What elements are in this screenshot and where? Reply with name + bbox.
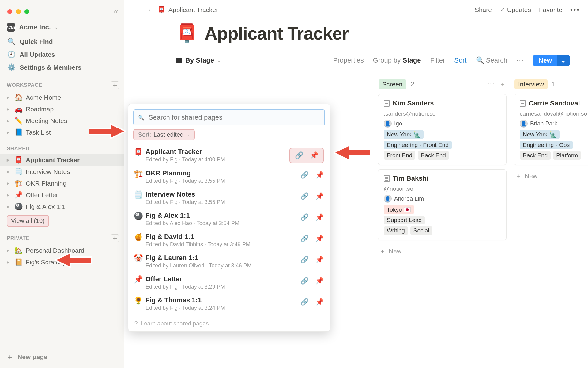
page-emoji-icon: 🏠 — [14, 94, 23, 102]
pin-icon[interactable]: 📌 — [315, 277, 324, 285]
new-record-button[interactable]: New ⌄ — [533, 55, 570, 66]
disclosure-icon[interactable]: ▶ — [7, 205, 11, 209]
column-more-icon[interactable]: ··· — [488, 80, 495, 89]
workspace-switcher[interactable]: ACME Acme Inc. ⌄ — [0, 16, 124, 35]
link-icon[interactable]: 🔗 — [300, 235, 309, 243]
dept-tag: Engineering - Ops — [520, 141, 573, 149]
new-card-button[interactable]: ＋ New — [514, 169, 588, 183]
disclosure-icon[interactable]: ▶ — [7, 170, 11, 174]
page-title[interactable]: Applicant Tracker — [205, 23, 349, 44]
learn-link[interactable]: ? Learn about shared pages — [133, 317, 325, 327]
board-card[interactable]: Kim Sanders .sanders@notion.so 👤Igo New … — [378, 94, 507, 165]
disclosure-icon[interactable]: ▶ — [7, 248, 11, 253]
link-icon[interactable]: 🔗 — [300, 256, 309, 264]
search-button[interactable]: 🔍 Search — [476, 56, 507, 64]
sidebar-item[interactable]: ▶ 📌 Offer Letter — [0, 189, 124, 201]
column-add-icon[interactable]: ＋ — [499, 80, 506, 89]
page-emoji-icon: 🗒️ — [134, 190, 145, 199]
link-icon[interactable]: 🔗 — [295, 151, 303, 159]
shared-page-item[interactable]: 🌻 Fig & Thomas 1:1 Edited by Fig · Today… — [133, 293, 325, 314]
sidebar-item[interactable]: ▶ 🎱 Fig & Alex 1:1 — [0, 201, 124, 213]
minimize-dot[interactable] — [16, 9, 21, 14]
share-button[interactable]: Share — [475, 6, 492, 13]
workspace-section-label: WORKSPACE — [7, 82, 42, 88]
groupby-button[interactable]: Group by Stage — [373, 56, 421, 64]
board-icon: ▦ — [176, 56, 182, 64]
search-input[interactable] — [148, 113, 320, 122]
board-card[interactable]: Carrie Sandoval carriesandoval@notion.so… — [514, 94, 588, 165]
shared-page-item[interactable]: 🤡 Fig & Lauren 1:1 Edited by Lauren Oliv… — [133, 251, 325, 272]
disclosure-icon[interactable]: ▶ — [7, 119, 11, 123]
nav-forward-icon[interactable]: → — [145, 6, 152, 14]
link-icon[interactable]: 🔗 — [300, 192, 309, 200]
groupby-label: Group by — [373, 56, 401, 64]
add-private-page-button[interactable]: ＋ — [111, 234, 119, 242]
shared-page-item[interactable]: 📮 Applicant Tracker Edited by Fig · Toda… — [133, 145, 325, 166]
disclosure-icon[interactable]: ▶ — [7, 260, 11, 264]
pin-icon[interactable]: 📌 — [310, 151, 318, 159]
all-updates[interactable]: 🕘 All Updates — [0, 48, 124, 61]
page-icon[interactable]: 📮 — [176, 23, 198, 44]
search-input-wrap[interactable]: 🔍 — [133, 109, 325, 125]
view-all-shared[interactable]: View all (10) — [7, 215, 49, 227]
settings-members[interactable]: ⚙️ Settings & Members — [0, 61, 124, 74]
pin-icon[interactable]: 📌 — [315, 256, 324, 264]
board-card[interactable]: Tim Bakshi @notion.so 👤Andrea Lim Tokyo … — [378, 169, 507, 240]
quick-find[interactable]: 🔍 Quick Find — [0, 35, 124, 48]
disclosure-icon[interactable]: ▶ — [7, 95, 11, 100]
column-tag[interactable]: Screen — [379, 79, 406, 89]
add-workspace-page-button[interactable]: ＋ — [111, 81, 119, 89]
sidebar-item[interactable]: ▶ 📮 Applicant Tracker — [0, 154, 124, 166]
filter-button[interactable]: Filter — [430, 56, 445, 64]
shared-page-meta: Edited by Fig · Today at 3:55 PM — [145, 178, 300, 184]
sort-selector[interactable]: Sort: Last edited ⌄ — [133, 129, 195, 140]
new-page-button[interactable]: ＋ New page — [0, 346, 124, 368]
card-email: .sanders@notion.so — [384, 110, 501, 117]
collapse-sidebar-icon[interactable]: « — [114, 7, 118, 16]
sort-button[interactable]: Sort — [454, 56, 466, 64]
disclosure-icon[interactable]: ▶ — [7, 130, 11, 135]
page-emoji-icon: 🏗️ — [14, 179, 23, 187]
nav-back-icon[interactable]: ← — [132, 6, 139, 14]
sidebar-item[interactable]: ▶ 🏠 Acme Home — [0, 92, 124, 103]
disclosure-icon[interactable]: ▶ — [7, 158, 11, 162]
favorite-button[interactable]: Favorite — [539, 6, 562, 13]
new-dropdown-icon[interactable]: ⌄ — [557, 55, 570, 66]
pin-icon[interactable]: 📌 — [315, 235, 324, 243]
shared-page-item[interactable]: 🍯 Fig & David 1:1 Edited by David Tibbit… — [133, 230, 325, 251]
shared-page-meta: Edited by Fig · Today at 3:55 PM — [145, 199, 300, 205]
page-more-icon[interactable]: ••• — [570, 6, 580, 14]
sidebar-item[interactable]: ▶ 🏗️ OKR Planning — [0, 178, 124, 189]
sidebar-item[interactable]: ▶ 🗒️ Interview Notes — [0, 166, 124, 178]
link-icon[interactable]: 🔗 — [300, 171, 309, 179]
card-title: Kim Sanders — [393, 99, 434, 107]
svg-marker-4 — [55, 253, 92, 267]
close-dot[interactable] — [7, 9, 12, 14]
column-tag[interactable]: Interview — [514, 79, 548, 89]
card-owner: 👤Igo — [384, 120, 501, 128]
groupby-field: Stage — [402, 56, 421, 64]
link-icon[interactable]: 🔗 — [300, 277, 309, 285]
db-more-icon[interactable]: ··· — [516, 56, 524, 64]
pin-icon[interactable]: 📌 — [315, 171, 324, 179]
properties-button[interactable]: Properties — [333, 56, 364, 64]
updates-button[interactable]: ✓ Updates — [500, 6, 531, 14]
disclosure-icon[interactable]: ▶ — [7, 181, 11, 186]
page-emoji-icon: 🤡 — [134, 254, 145, 263]
zoom-dot[interactable] — [24, 9, 29, 14]
view-switcher[interactable]: ▦ By Stage ⌄ — [176, 56, 221, 64]
link-icon[interactable]: 🔗 — [300, 298, 309, 306]
disclosure-icon[interactable]: ▶ — [7, 193, 11, 197]
disclosure-icon[interactable]: ▶ — [7, 107, 11, 111]
link-icon[interactable]: 🔗 — [300, 213, 309, 221]
pin-icon[interactable]: 📌 — [315, 298, 324, 306]
sidebar-item[interactable]: ▶ 🚗 Roadmap — [0, 103, 124, 115]
pin-icon[interactable]: 📌 — [315, 192, 324, 200]
shared-page-item[interactable]: 🏗️ OKR Planning Edited by Fig · Today at… — [133, 166, 325, 187]
shared-page-item[interactable]: 🗒️ Interview Notes Edited by Fig · Today… — [133, 187, 325, 209]
shared-page-item[interactable]: 🎱 Fig & Alex 1:1 Edited by Alex Hao · To… — [133, 209, 325, 230]
breadcrumb[interactable]: 📮 Applicant Tracker — [157, 6, 218, 13]
pin-icon[interactable]: 📌 — [315, 213, 324, 221]
shared-page-item[interactable]: 📌 Offer Letter Edited by Fig · Today at … — [133, 272, 325, 293]
new-card-button[interactable]: ＋ New — [378, 244, 507, 258]
